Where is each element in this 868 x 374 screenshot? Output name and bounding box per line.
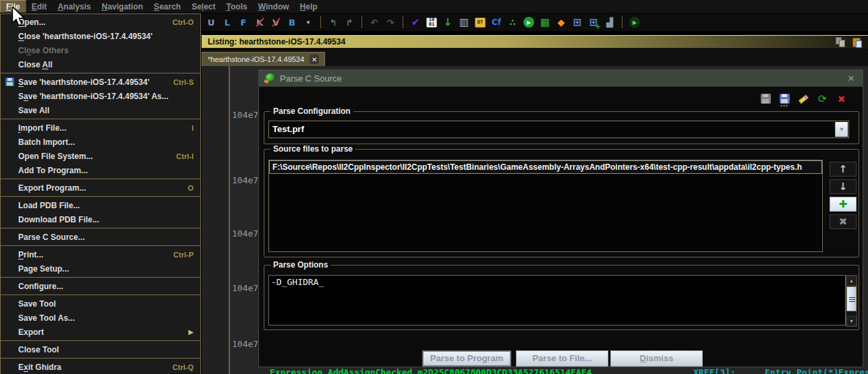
c-parser-icon[interactable]: Cf xyxy=(490,15,503,29)
menu-analysis[interactable]: Analysis xyxy=(52,0,96,13)
menu-help[interactable]: Help xyxy=(295,0,323,13)
clear-profile-icon-glyph xyxy=(796,91,812,107)
chart-icon[interactable]: ▟ xyxy=(603,15,616,29)
menu-tools[interactable]: Tools xyxy=(221,0,253,13)
menu-item-configure[interactable]: Configure... xyxy=(1,279,200,293)
menu-search[interactable]: Search xyxy=(148,0,186,13)
menu-item-save-all[interactable]: Save All xyxy=(1,103,200,117)
menu-window[interactable]: Window xyxy=(253,0,295,13)
format-l-icon[interactable]: L xyxy=(221,15,234,29)
debug-run-icon[interactable]: ▶ xyxy=(628,15,641,29)
menu-item-label: Export Program... xyxy=(18,183,86,193)
dropdown-caret-icon[interactable]: ▾ xyxy=(301,15,315,29)
menu-item-save-tool-as[interactable]: Save Tool As... xyxy=(1,311,200,325)
dialog-titlebar[interactable]: Parse C Source ✕ xyxy=(259,70,863,87)
parse-to-file-button[interactable]: Parse to File... xyxy=(516,350,608,367)
delete-profile-icon[interactable]: ✖ xyxy=(835,92,848,105)
dismiss-button[interactable]: Dismiss xyxy=(610,350,703,367)
menu-item-exit-ghidra[interactable]: Exit GhidraCtrl-Q xyxy=(1,360,200,374)
format-k-disabled-icon[interactable]: K xyxy=(253,15,266,29)
menu-item-page-setup[interactable]: Page Setup... xyxy=(1,261,200,276)
scroll-down-icon[interactable]: ▼ xyxy=(846,316,857,326)
scroll-up-icon[interactable]: ▲ xyxy=(846,276,857,286)
menu-item-icon-slot xyxy=(5,165,18,176)
memory-map-icon[interactable]: ▦ xyxy=(538,15,552,29)
menu-item-download-pdb-file[interactable]: Download PDB File... xyxy=(1,212,200,226)
refresh-icon[interactable]: ⟳ xyxy=(816,92,829,105)
remove-file-button[interactable]: ✖ xyxy=(830,214,857,229)
save-profile-icon-glyph xyxy=(761,94,771,104)
binary-codes-icon[interactable]: 1001 xyxy=(425,15,438,29)
add-file-button[interactable]: ✚ xyxy=(830,197,857,212)
menu-item-icon-slot xyxy=(5,249,18,260)
menu-item-close-all[interactable]: Close All xyxy=(1,57,200,71)
main-toolbar: ULFKVB▾↰↱↶↷✔1001↓▥DTCf∴▶▦◆⊞⊞+▟▶ xyxy=(202,13,868,31)
listing-bottom-text: XREF[3]: xyxy=(693,367,736,374)
menu-item-icon-slot xyxy=(5,137,18,148)
menu-item-icon-slot xyxy=(5,105,18,116)
move-up-button[interactable]: ↑ xyxy=(830,162,857,177)
menu-item-export[interactable]: Export▶ xyxy=(1,325,200,339)
validate-icon[interactable]: ✔ xyxy=(409,15,422,29)
parse-options-textarea[interactable]: -D_GHIDRA_ ▲ ▼ xyxy=(268,275,846,325)
scrollbar-thumb[interactable] xyxy=(846,286,857,311)
menu-item-open[interactable]: Open...Ctrl-O xyxy=(1,15,200,29)
menu-item-batch-import[interactable]: Batch Import... xyxy=(1,135,200,149)
menu-item-import-file[interactable]: Import File...I xyxy=(1,121,200,135)
menu-item-label: Configure... xyxy=(18,282,63,291)
menu-navigation[interactable]: Navigation xyxy=(96,0,148,13)
source-files-list[interactable]: F:\Source\Repos\Il2CppInspector\Il2CppTe… xyxy=(268,160,823,252)
table-add-icon[interactable]: ⊞+ xyxy=(587,15,600,29)
menu-item-load-pdb-file[interactable]: Load PDB File... xyxy=(1,198,200,212)
clear-profile-icon[interactable] xyxy=(797,92,810,105)
call-graph-icon[interactable]: ∴ xyxy=(506,15,519,29)
menu-item-close-tool[interactable]: Close Tool xyxy=(1,342,200,356)
menu-item-save-hearthstone-ios-17-4-49534[interactable]: Save 'hearthstone-iOS-17.4.49534'Ctrl-S xyxy=(1,75,200,89)
combo-dropdown-icon[interactable]: ▼ xyxy=(835,122,848,137)
menu-item-icon-slot xyxy=(5,59,18,70)
parse-to-program-button[interactable]: Parse to Program xyxy=(422,350,511,367)
data-type-manager-icon[interactable]: DT xyxy=(473,15,487,29)
format-b-icon[interactable]: B xyxy=(285,15,299,29)
menu-item-add-to-program[interactable]: Add To Program... xyxy=(1,163,200,177)
menu-item-shortcut: Ctrl-Q xyxy=(163,363,194,371)
undo-icon[interactable]: ↶ xyxy=(368,15,381,29)
parse-options-scrollbar[interactable]: ▲ ▼ xyxy=(846,275,857,327)
filmstrip-icon[interactable]: ▥ xyxy=(457,15,471,29)
move-down-button[interactable]: ↓ xyxy=(830,179,857,194)
source-file-row[interactable]: F:\Source\Repos\Il2CppInspector\Il2CppTe… xyxy=(269,160,822,174)
menu-item-save-tool[interactable]: Save Tool xyxy=(1,297,200,311)
redo-icon[interactable]: ↷ xyxy=(384,15,397,29)
diamond-icon[interactable]: ◆ xyxy=(554,15,568,29)
listing-address: 104e7 xyxy=(232,283,258,293)
menu-select[interactable]: Select xyxy=(186,0,221,13)
format-v-disabled-icon[interactable]: V xyxy=(269,15,283,29)
menu-item-shortcut: Ctrl-P xyxy=(164,251,194,259)
menu-item-print[interactable]: Print...Ctrl-P xyxy=(1,247,200,261)
menu-item-parse-c-source[interactable]: Parse C Source... xyxy=(1,230,200,244)
format-u-icon[interactable]: U xyxy=(204,15,218,29)
paste-icon[interactable] xyxy=(852,37,863,48)
save-profile-as-icon[interactable]: ... xyxy=(778,92,791,105)
copy-icon[interactable] xyxy=(836,37,846,48)
menu-edit[interactable]: Edit xyxy=(26,0,53,13)
menu-item-close-hearthstone-ios-17-4-49534[interactable]: Close 'hearthstone-iOS-17.4.49534' xyxy=(1,29,200,43)
table-view-icon[interactable]: ⊞ xyxy=(571,15,584,29)
parse-configuration-combobox[interactable]: Test.prf ▼ xyxy=(268,121,849,138)
format-f-icon[interactable]: F xyxy=(237,15,250,29)
dialog-close-icon[interactable]: ✕ xyxy=(845,73,857,84)
menu-item-label: Exit Ghidra xyxy=(18,363,61,372)
nav-in-icon[interactable]: ↰ xyxy=(326,15,340,29)
menu-item-export-program[interactable]: Export Program...O xyxy=(1,181,200,195)
menu-item-icon-slot xyxy=(5,31,18,42)
run-icon[interactable]: ▶ xyxy=(522,15,536,29)
import-green-arrow-icon[interactable]: ↓ xyxy=(441,15,455,29)
save-profile-icon[interactable] xyxy=(759,92,772,105)
close-tab-icon[interactable]: ✕ xyxy=(310,55,319,64)
menu-item-save-hearthstone-ios-17-4-49534-as[interactable]: Save 'hearthstone-iOS-17.4.49534' As... xyxy=(1,89,200,103)
menu-item-open-file-system[interactable]: Open File System...Ctrl-I xyxy=(1,149,200,163)
tab-hearthstone[interactable]: *hearthstone-iOS-17.4.49534 ✕ xyxy=(202,52,325,66)
file-menu-popup: Open...Ctrl-OClose 'hearthstone-iOS-17.4… xyxy=(0,13,201,374)
nav-out-icon[interactable]: ↱ xyxy=(343,15,356,29)
menu-item-label: Save 'hearthstone-iOS-17.4.49534' As... xyxy=(18,92,169,101)
